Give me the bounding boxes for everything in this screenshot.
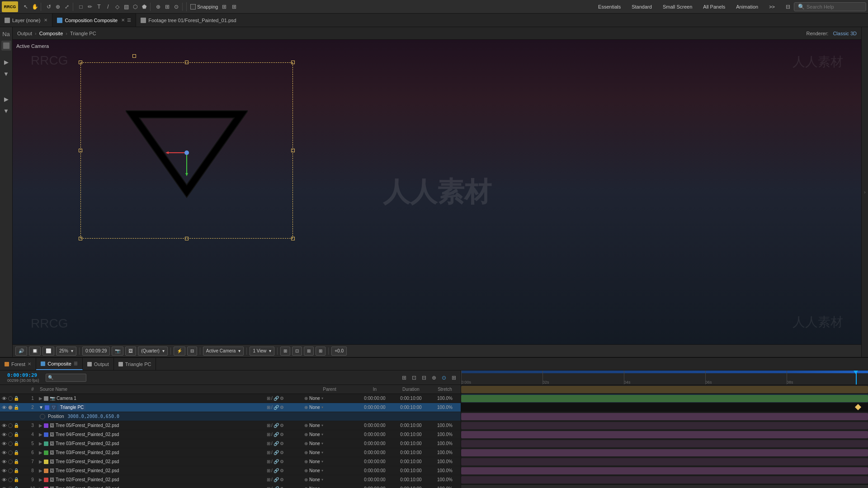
- layer-2-sw3[interactable]: 🔗: [274, 405, 279, 410]
- timeline-scrollbar[interactable]: [461, 484, 868, 488]
- layer-3-lock[interactable]: 🔒: [14, 423, 19, 428]
- layer-8-eye[interactable]: 👁: [1, 468, 7, 474]
- puppet-tool-icon[interactable]: ⬡: [131, 3, 139, 11]
- workspace-more[interactable]: >>: [765, 3, 778, 10]
- layer-6-eye[interactable]: 👁: [1, 450, 7, 456]
- layer-9-sw4[interactable]: ⚙: [280, 477, 284, 482]
- layer-4-lock[interactable]: 🔒: [14, 432, 19, 437]
- layer-3-solo[interactable]: [8, 423, 13, 428]
- layer-row[interactable]: 👁 🔒 1 ▶ 📷 Camera 1 ⊞ / 🔗: [0, 394, 461, 403]
- layer-5-expand[interactable]: ▶: [39, 441, 42, 446]
- handle-tr[interactable]: [291, 61, 295, 64]
- workspace-animation[interactable]: Animation: [732, 3, 762, 10]
- position-keyframe-icon[interactable]: [40, 414, 45, 419]
- cam-orbit-icon[interactable]: ⊙: [172, 3, 180, 11]
- refine-tool-icon[interactable]: ⬟: [140, 3, 148, 11]
- workspace-all-panels[interactable]: All Panels: [699, 3, 729, 10]
- layer-4-expand[interactable]: ▶: [39, 432, 42, 437]
- track-bar-7[interactable]: [461, 449, 868, 456]
- layer-10-eye[interactable]: 👁: [1, 486, 7, 488]
- layer-9-eye[interactable]: 👁: [1, 477, 7, 483]
- arrow-tool-icon[interactable]: ↖: [22, 3, 30, 11]
- text-tool-icon[interactable]: T: [95, 3, 103, 11]
- null-tool-icon[interactable]: ⊞: [163, 3, 171, 11]
- layer-3-parent-arrow[interactable]: ▾: [321, 423, 323, 427]
- tl-tab-output[interactable]: Output: [83, 358, 114, 370]
- layer-row[interactable]: 👁 🔒 6 ▶ 🖼 Tree 03/Forest_Painted_02.psd …: [0, 448, 461, 457]
- ctrl-quality-dropdown[interactable]: (Quarter) ▾: [138, 347, 168, 356]
- rotate-tool-icon[interactable]: ↺: [45, 3, 53, 11]
- layer-4-solo[interactable]: [8, 432, 13, 437]
- layer-5-lock[interactable]: 🔒: [14, 441, 19, 446]
- ctrl-transparency-icon[interactable]: ⬜: [42, 347, 54, 356]
- layer-9-expand[interactable]: ▶: [39, 477, 42, 482]
- track-bar-3[interactable]: [461, 413, 868, 420]
- layer-row[interactable]: 👁 🔒 5 ▶ 🖼 Tree 03/Forest_Painted_02.psd …: [0, 439, 461, 448]
- layer-7-eye[interactable]: 👁: [1, 459, 7, 465]
- sidebar-icon-3[interactable]: ▶: [1, 94, 11, 104]
- layer-row[interactable]: 👁 🔒 9 ▶ 🖼 Tree 02/Forest_Painted_02.psd …: [0, 475, 461, 484]
- breadcrumb-composite[interactable]: Composite: [39, 31, 63, 36]
- layer-10-sw1[interactable]: ⊞: [267, 486, 270, 488]
- ctrl-fast-preview-icon[interactable]: ⚡: [174, 347, 185, 356]
- layer-6-sw1[interactable]: ⊞: [267, 450, 270, 455]
- proportional-grid-icon[interactable]: ⊞: [230, 3, 238, 11]
- layer-1-eye[interactable]: 👁: [1, 395, 7, 402]
- track-bar-10[interactable]: [461, 476, 868, 483]
- ctrl-audio-icon[interactable]: 🔊: [15, 347, 27, 356]
- ctrl-zoom-dropdown[interactable]: 25% ▾: [56, 347, 76, 356]
- anchor-tool-icon[interactable]: ⊕: [154, 3, 162, 11]
- track-bar-1[interactable]: [461, 386, 868, 393]
- layer-2-eye[interactable]: 👁: [1, 404, 7, 411]
- tl-icon-2[interactable]: ⊡: [410, 374, 418, 382]
- layer-6-parent-arrow[interactable]: ▾: [321, 450, 323, 455]
- layer-1-sw1[interactable]: ⊞: [267, 396, 270, 401]
- layer-7-parent-arrow[interactable]: ▾: [321, 460, 323, 464]
- workspace-small-screen[interactable]: Small Screen: [659, 3, 696, 10]
- layer-2-sw1[interactable]: ⊞: [267, 405, 270, 410]
- layer-1-sw3[interactable]: 🔗: [274, 396, 279, 401]
- layer-5-parent-arrow[interactable]: ▾: [321, 441, 323, 446]
- tl-icon-3[interactable]: ⊟: [420, 374, 428, 382]
- handle-bm[interactable]: [185, 237, 189, 240]
- layer-4-parent-arrow[interactable]: ▾: [321, 432, 323, 436]
- layer-6-sw2[interactable]: /: [271, 450, 273, 455]
- layer-7-expand[interactable]: ▶: [39, 459, 42, 464]
- ctrl-show-snapshot-icon[interactable]: 🖼: [125, 347, 136, 356]
- handle-ml[interactable]: [79, 149, 82, 152]
- fill-tool-icon[interactable]: ▧: [122, 3, 130, 11]
- handle-bl[interactable]: [79, 237, 82, 240]
- layer-8-sw3[interactable]: 🔗: [274, 468, 279, 473]
- layer-2-expand[interactable]: ▼: [39, 405, 43, 410]
- breadcrumb-output[interactable]: Output: [17, 31, 32, 36]
- layer-8-sw4[interactable]: ⚙: [280, 468, 284, 473]
- layer-6-sw3[interactable]: 🔗: [274, 450, 279, 455]
- layer-5-sw3[interactable]: 🔗: [274, 441, 279, 446]
- ctrl-reset-exposure-icon[interactable]: ⊡: [292, 347, 302, 356]
- ctrl-camera-dropdown[interactable]: Active Camera ▾: [203, 347, 244, 356]
- scale-tool-icon[interactable]: ⤢: [63, 3, 71, 11]
- layer-3-sw2[interactable]: /: [271, 423, 273, 428]
- layer-7-sw3[interactable]: 🔗: [274, 459, 279, 464]
- mask-tool-icon[interactable]: ◇: [113, 3, 121, 11]
- snapping-options-icon[interactable]: ⊞: [220, 3, 228, 11]
- layer-5-sw1[interactable]: ⊞: [267, 441, 270, 446]
- layer-10-sw4[interactable]: ⚙: [280, 486, 284, 488]
- layer-9-lock[interactable]: 🔒: [14, 477, 19, 482]
- layer-row[interactable]: 👁 🔒 7 ▶ 🖼 Tree 03/Forest_Painted_02.psd …: [0, 457, 461, 466]
- layer-7-sw4[interactable]: ⚙: [280, 459, 284, 464]
- triangle-shape[interactable]: [126, 108, 248, 198]
- search-layers-input[interactable]: [46, 374, 86, 382]
- layer-3-sw4[interactable]: ⚙: [280, 423, 284, 428]
- sidebar-icon-2[interactable]: ▼: [1, 69, 11, 79]
- layer-3-eye[interactable]: 👁: [1, 422, 7, 429]
- tab-footage[interactable]: Footage tree 01/Forest_Painted_01.psd: [136, 14, 241, 27]
- layer-10-expand[interactable]: ▶: [39, 486, 42, 488]
- ctrl-exposure-value[interactable]: +0.0: [331, 347, 347, 356]
- layer-row[interactable]: 👁 🔒 10 ▶ 🖼 Tree 02/Forest_Painted_02.psd…: [0, 484, 461, 488]
- layer-1-sw4[interactable]: ⚙: [280, 396, 284, 401]
- ctrl-time-display[interactable]: 0:00:09:29: [82, 347, 110, 356]
- sidebar-color-swatch[interactable]: [1, 41, 11, 51]
- layer-4-sw3[interactable]: 🔗: [274, 432, 279, 437]
- ctrl-comp-flow-icon[interactable]: ⊞: [280, 347, 290, 356]
